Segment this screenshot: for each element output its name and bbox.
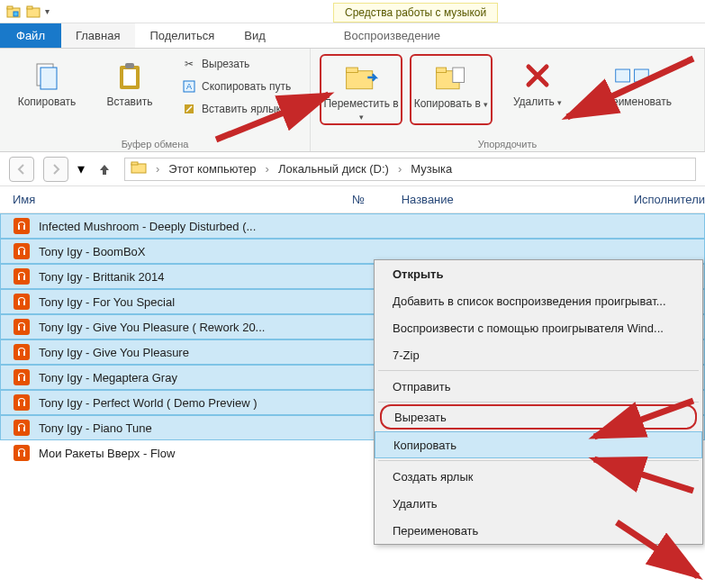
ribbon-tabs: Файл Главная Поделиться Вид Воспроизведе… xyxy=(0,23,705,49)
cm-delete[interactable]: Удалить xyxy=(375,490,702,517)
organize-group: Переместить в ▾ Копировать в ▾ Удалить ▾… xyxy=(311,49,705,151)
share-tab[interactable]: Поделиться xyxy=(135,23,230,48)
svg-rect-13 xyxy=(347,71,373,89)
move-to-button[interactable]: Переместить в ▾ xyxy=(320,54,402,125)
file-name-label: Tony Igy - Give You Pleasure ( Rework 20… xyxy=(39,321,265,334)
back-button[interactable] xyxy=(9,157,34,182)
breadcrumb-this-pc[interactable]: Этот компьютер xyxy=(168,162,256,176)
cm-rename[interactable]: Переименовать xyxy=(375,517,702,544)
cm-copy[interactable]: Копировать xyxy=(375,431,702,458)
breadcrumb-drive[interactable]: Локальный диск (D:) xyxy=(278,162,389,176)
music-file-icon xyxy=(14,243,30,259)
move-to-folder-icon xyxy=(343,59,379,95)
file-name-label: Мои Ракеты Вверх - Flow xyxy=(39,447,175,460)
svg-text:A: A xyxy=(186,82,192,91)
cm-create-shortcut[interactable]: Создать ярлык xyxy=(375,463,702,490)
view-tab[interactable]: Вид xyxy=(230,23,281,48)
music-file-icon xyxy=(14,294,30,310)
cm-cut[interactable]: Вырезать xyxy=(380,404,697,430)
history-dropdown-icon[interactable]: ▾ xyxy=(77,160,85,177)
file-name-label: Tony Igy - Give You Pleasure xyxy=(39,346,189,359)
file-name-label: Tony Igy - Megaptera Gray xyxy=(39,371,177,384)
music-tools-context-tab[interactable]: Средства работы с музыкой xyxy=(333,3,498,23)
file-name-label: Tony Igy - Piano Tune xyxy=(39,421,152,435)
svg-rect-1 xyxy=(7,6,13,9)
column-name[interactable]: Имя xyxy=(0,193,339,206)
music-file-icon xyxy=(14,319,30,335)
title-bar: ▾ Средства работы с музыкой xyxy=(0,0,705,23)
file-row[interactable]: Infected Mushroom - Deeply Disturbed (..… xyxy=(0,213,705,239)
file-name-label: Infected Mushroom - Deeply Disturbed (..… xyxy=(39,220,256,233)
column-artist[interactable]: Исполнители xyxy=(621,193,705,206)
new-folder-qat-icon[interactable] xyxy=(25,4,41,20)
playback-tab[interactable]: Воспроизведение xyxy=(330,23,456,48)
paste-button[interactable]: Вставить xyxy=(92,54,167,119)
music-file-icon xyxy=(14,420,30,436)
svg-rect-19 xyxy=(635,69,649,82)
pc-icon xyxy=(131,160,147,177)
svg-rect-2 xyxy=(14,12,18,16)
cm-send-to[interactable]: Отправить xyxy=(375,373,702,400)
cm-7zip[interactable]: 7-Zip xyxy=(375,341,702,368)
copy-to-button[interactable]: Копировать в ▾ xyxy=(410,54,493,125)
breadcrumb-sep-icon: › xyxy=(260,162,275,176)
column-headers: Имя № Название Исполнители xyxy=(0,186,705,213)
svg-rect-21 xyxy=(131,162,138,165)
context-menu: Открыть Добавить в список воспроизведени… xyxy=(374,259,703,545)
cut-button[interactable]: ✂ Вырезать xyxy=(178,54,294,74)
rename-button[interactable]: Переименовать xyxy=(583,54,682,125)
paste-shortcut-icon xyxy=(182,102,196,116)
ribbon: Копировать Вставить ✂ Вырезать A Скопиро… xyxy=(0,49,705,152)
forward-button[interactable] xyxy=(43,157,68,182)
delete-x-icon xyxy=(520,58,556,94)
paste-icon xyxy=(112,58,148,94)
cm-open[interactable]: Открыть xyxy=(375,260,702,287)
cm-separator xyxy=(378,460,699,461)
up-button[interactable] xyxy=(94,158,115,180)
cm-add-to-playlist[interactable]: Добавить в список воспроизведения проигр… xyxy=(375,287,702,314)
file-name-label: Tony Igy - BoomBoX xyxy=(39,245,146,258)
column-title[interactable]: Название xyxy=(389,193,621,206)
svg-rect-14 xyxy=(347,68,358,72)
svg-rect-17 xyxy=(453,68,465,82)
music-file-icon xyxy=(14,369,30,385)
home-tab[interactable]: Главная xyxy=(61,23,135,48)
caret-down-icon: ▾ xyxy=(484,100,488,109)
paste-shortcut-button[interactable]: Вставить ярлык xyxy=(178,99,294,119)
music-file-icon xyxy=(14,394,30,411)
copy-icon xyxy=(29,58,65,94)
copy-path-icon: A xyxy=(182,79,196,94)
music-file-icon xyxy=(14,218,30,234)
file-tab[interactable]: Файл xyxy=(0,23,61,48)
cm-separator xyxy=(378,370,699,371)
copy-path-button[interactable]: A Скопировать путь xyxy=(178,77,294,96)
breadcrumb-folder[interactable]: Музыка xyxy=(411,162,452,176)
svg-rect-18 xyxy=(616,69,630,82)
column-number[interactable]: № xyxy=(339,193,389,206)
svg-rect-6 xyxy=(41,68,57,89)
caret-down-icon: ▾ xyxy=(359,113,364,122)
navigation-bar: ▾ › Этот компьютер › Локальный диск (D:)… xyxy=(0,152,705,186)
cm-play-with[interactable]: Воспроизвести с помощью проигрывателя Wi… xyxy=(375,314,702,341)
music-file-icon xyxy=(14,268,30,285)
file-name-label: Tony Igy - Perfect World ( Demo Preview … xyxy=(39,396,258,410)
address-breadcrumb[interactable]: › Этот компьютер › Локальный диск (D:) ›… xyxy=(124,158,696,181)
music-file-icon xyxy=(14,445,30,461)
clipboard-group-label: Буфер обмена xyxy=(9,139,301,149)
caret-down-icon: ▾ xyxy=(557,98,562,107)
breadcrumb-sep-icon: › xyxy=(150,162,165,176)
svg-rect-4 xyxy=(27,6,32,9)
svg-rect-9 xyxy=(125,63,134,68)
copy-to-folder-icon xyxy=(433,59,469,95)
music-file-icon xyxy=(14,344,30,360)
clipboard-group: Копировать Вставить ✂ Вырезать A Скопиро… xyxy=(0,49,311,151)
delete-button[interactable]: Удалить ▾ xyxy=(500,54,575,125)
breadcrumb-sep-icon: › xyxy=(393,162,407,176)
qat-dropdown-icon[interactable]: ▾ xyxy=(45,6,50,16)
svg-rect-16 xyxy=(437,68,447,72)
file-name-label: Tony Igy - Brittanik 2014 xyxy=(39,270,164,284)
copy-button[interactable]: Копировать xyxy=(9,54,85,119)
folder-properties-icon[interactable] xyxy=(5,4,22,20)
file-name-label: Tony Igy - For You Special xyxy=(39,295,175,309)
rename-icon xyxy=(614,58,650,94)
